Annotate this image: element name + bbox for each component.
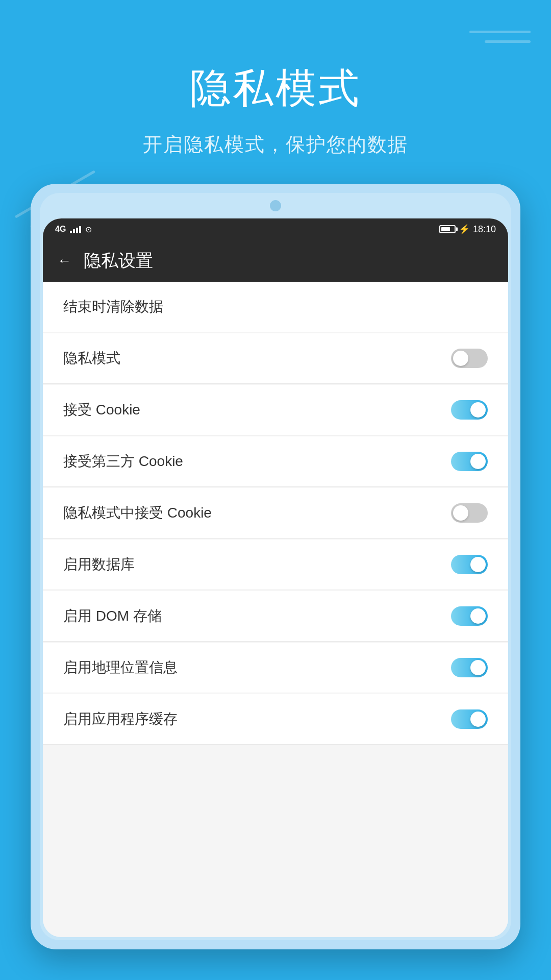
toggle-enable-geo[interactable] [451,658,488,677]
toggle-knob-enable-geo [470,660,486,675]
setting-item-enable-dom[interactable]: 启用 DOM 存储 [43,591,508,642]
page-title: 隐私模式 [0,61,551,116]
setting-item-enable-db[interactable]: 启用数据库 [43,540,508,590]
phone-inner: 4G ⊙ ⚡ 18:10 ← 隐私设置 [40,193,511,940]
nav-bar: ← 隐私设置 [43,240,508,282]
setting-item-accept-third-cookie[interactable]: 接受第三方 Cookie [43,436,508,487]
phone-screen: 4G ⊙ ⚡ 18:10 ← 隐私设置 [43,218,508,937]
setting-item-privacy-cookie[interactable]: 隐私模式中接受 Cookie [43,488,508,538]
toggle-privacy-cookie[interactable] [451,503,488,523]
phone-mockup: 4G ⊙ ⚡ 18:10 ← 隐私设置 [31,184,520,949]
toggle-enable-appcache[interactable] [451,709,488,729]
signal-icon [70,225,81,233]
back-button[interactable]: ← [57,253,71,269]
setting-label-enable-geo: 启用地理位置信息 [63,658,178,677]
toggle-enable-db[interactable] [451,555,488,574]
setting-label-accept-cookie: 接受 Cookie [63,400,140,420]
toggle-knob-accept-cookie [470,402,486,418]
page-header: 隐私模式 开启隐私模式，保护您的数据 [0,0,551,158]
network-type: 4G [55,225,66,234]
setting-label-privacy-cookie: 隐私模式中接受 Cookie [63,503,212,523]
setting-label-enable-appcache: 启用应用程序缓存 [63,709,178,729]
setting-item-clear-on-exit[interactable]: 结束时清除数据 [43,282,508,332]
settings-list: 结束时清除数据 隐私模式 接受 Cookie 接受第三方 Cookie [43,282,508,937]
toggle-knob-enable-appcache [470,712,486,727]
setting-item-enable-geo[interactable]: 启用地理位置信息 [43,643,508,693]
toggle-accept-third-cookie[interactable] [451,452,488,471]
setting-label-accept-third-cookie: 接受第三方 Cookie [63,452,183,471]
status-bar: 4G ⊙ ⚡ 18:10 [43,218,508,240]
wifi-icon: ⊙ [85,225,92,234]
toggle-enable-dom[interactable] [451,606,488,626]
battery-fill [441,227,450,231]
phone-camera [270,200,281,211]
toggle-knob-accept-third-cookie [470,454,486,469]
setting-item-accept-cookie[interactable]: 接受 Cookie [43,385,508,435]
status-right: ⚡ 18:10 [439,224,496,235]
page-subtitle: 开启隐私模式，保护您的数据 [0,132,551,158]
setting-label-clear-on-exit: 结束时清除数据 [63,297,163,316]
toggle-privacy-mode[interactable] [451,349,488,368]
setting-label-enable-db: 启用数据库 [63,555,135,574]
toggle-accept-cookie[interactable] [451,400,488,420]
setting-item-privacy-mode[interactable]: 隐私模式 [43,333,508,384]
toggle-knob-enable-dom [470,608,486,624]
setting-item-enable-appcache[interactable]: 启用应用程序缓存 [43,694,508,745]
toggle-knob-privacy-cookie [453,505,468,521]
battery-icon [439,225,456,233]
toggle-knob-enable-db [470,557,486,572]
toggle-knob-privacy-mode [453,351,468,366]
setting-label-enable-dom: 启用 DOM 存储 [63,606,162,626]
charging-icon: ⚡ [459,224,470,235]
status-left: 4G ⊙ [55,225,92,234]
setting-label-privacy-mode: 隐私模式 [63,349,120,368]
time-display: 18:10 [473,224,496,235]
nav-title: 隐私设置 [84,249,153,273]
